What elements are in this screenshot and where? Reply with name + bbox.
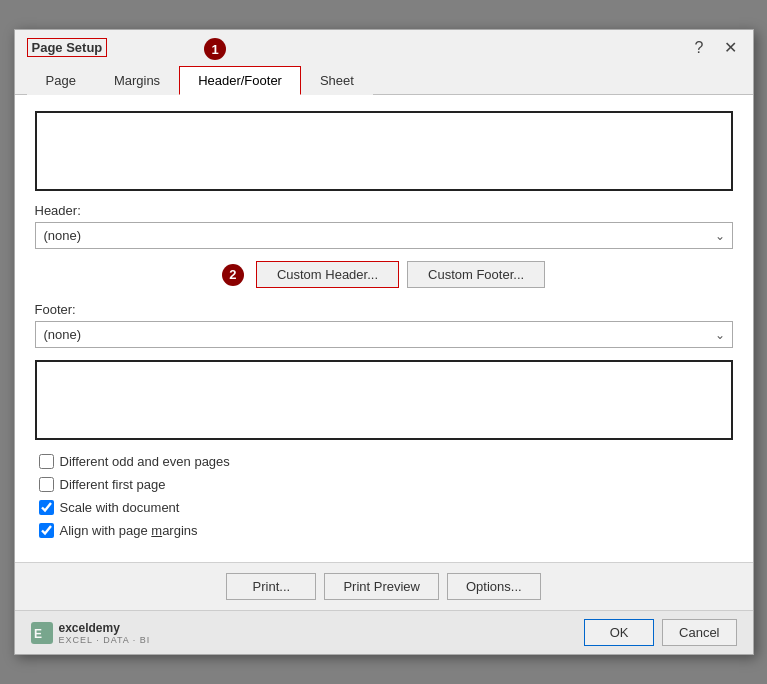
first-page-label: Different first page [60,477,166,492]
title-bar: Page Setup ? ✕ [15,30,753,61]
svg-text:E: E [34,627,42,641]
header-dropdown[interactable]: (none) [35,222,733,249]
tab-sheet[interactable]: Sheet [301,66,373,95]
checkbox-section: Different odd and even pages Different f… [35,454,733,538]
align-margins-checkbox[interactable] [39,523,54,538]
help-button[interactable]: ? [691,40,708,56]
odd-even-label: Different odd and even pages [60,454,230,469]
custom-footer-button[interactable]: Custom Footer... [407,261,545,288]
brand-area: E exceldemy EXCEL · DATA · BI [31,621,151,645]
cancel-button[interactable]: Cancel [662,619,736,646]
tab-margins[interactable]: Margins [95,66,179,95]
tab-page[interactable]: Page [27,66,95,95]
close-button[interactable]: ✕ [720,40,741,56]
odd-even-checkbox[interactable] [39,454,54,469]
checkbox-row-first-page: Different first page [39,477,729,492]
footer-label: Footer: [35,302,733,317]
checkbox-row-odd-even: Different odd and even pages [39,454,729,469]
badge-2: 2 [222,264,244,286]
header-label: Header: [35,203,733,218]
tab-content: Header: (none) ⌄ 2 Custom Header... Cust… [15,95,753,562]
print-preview-button[interactable]: Print Preview [324,573,439,600]
print-button[interactable]: Print... [226,573,316,600]
tab-bar: Page Margins Header/Footer Sheet [15,65,753,95]
footer-buttons: OK Cancel [584,619,736,646]
custom-header-button[interactable]: Custom Header... [256,261,399,288]
custom-buttons-row: 2 Custom Header... Custom Footer... [35,261,733,288]
dialog-title: Page Setup [27,38,108,57]
brand-name: exceldemy [59,621,151,635]
options-button[interactable]: Options... [447,573,541,600]
header-preview [35,111,733,191]
brand-logo-icon: E [31,622,53,644]
footer-bar: E exceldemy EXCEL · DATA · BI OK Cancel [15,610,753,654]
checkbox-row-align-margins: Align with page margins [39,523,729,538]
checkbox-row-scale: Scale with document [39,500,729,515]
align-margins-label: Align with page margins [60,523,198,538]
brand-tagline: EXCEL · DATA · BI [59,635,151,645]
action-bar: Print... Print Preview Options... [15,562,753,610]
ok-button[interactable]: OK [584,619,654,646]
scale-label: Scale with document [60,500,180,515]
first-page-checkbox[interactable] [39,477,54,492]
header-dropdown-wrapper: (none) ⌄ [35,222,733,249]
page-setup-dialog: Page Setup ? ✕ Page Margins Header/Foote… [14,29,754,655]
footer-dropdown[interactable]: (none) [35,321,733,348]
footer-preview [35,360,733,440]
scale-checkbox[interactable] [39,500,54,515]
tab-header-footer[interactable]: Header/Footer [179,66,301,95]
footer-dropdown-wrapper: (none) ⌄ [35,321,733,348]
